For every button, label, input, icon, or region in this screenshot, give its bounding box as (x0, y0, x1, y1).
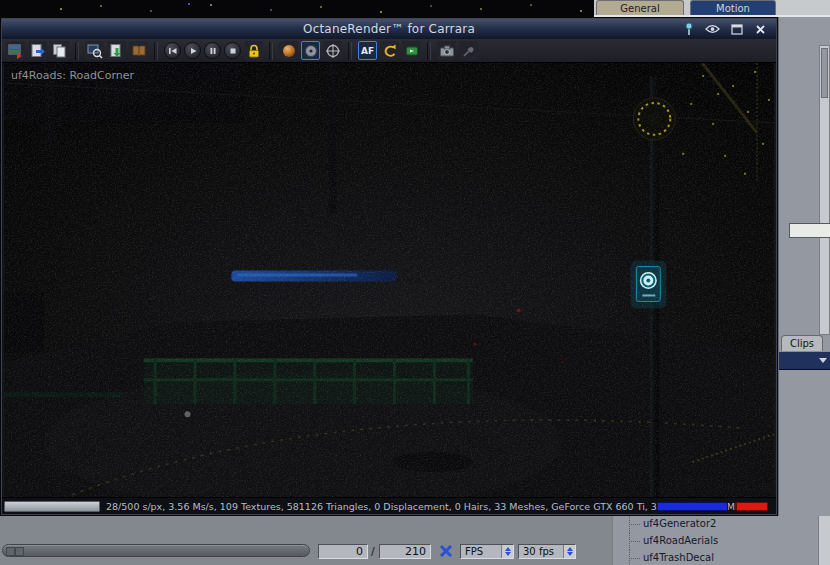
pick-material-icon[interactable] (85, 41, 104, 60)
library-icon[interactable] (129, 41, 148, 60)
spinner-arrows-icon[interactable] (501, 545, 513, 558)
window-title: OctaneRender™ for Carrara (2, 22, 776, 36)
undo-icon[interactable] (380, 41, 399, 60)
tree-item-uf4roadaerials[interactable]: uf4RoadAerials (613, 533, 830, 550)
maximize-icon[interactable] (729, 22, 744, 36)
chevron-down-icon (819, 358, 827, 363)
af-button[interactable]: AF (358, 41, 377, 60)
tab-general[interactable]: General (596, 0, 684, 16)
cancel-icon[interactable] (437, 543, 455, 559)
spinner-arrows-icon[interactable] (563, 545, 575, 558)
render-progress-bar (4, 501, 100, 512)
export-scene-icon[interactable] (107, 41, 126, 60)
tab-clips[interactable]: Clips (781, 335, 823, 351)
stop-button[interactable] (224, 42, 241, 59)
rendered-scene (4, 63, 774, 498)
toolbar-separator (427, 42, 431, 60)
scrubber-handle-left[interactable] (6, 547, 15, 556)
close-icon[interactable] (753, 22, 768, 36)
properties-panel: Clips (778, 17, 830, 516)
timeline-area: 0 / 210 FPS 30 fps (0, 516, 612, 565)
focus-picker-button[interactable] (301, 41, 320, 60)
octane-render-window: OctaneRender™ for Carrara (0, 17, 778, 516)
panel-scrollbar[interactable] (819, 45, 830, 335)
screen: General Motion Clips 0 / 210 FPS 30 fps … (0, 0, 830, 565)
panel-scrollbar-thumb[interactable] (821, 48, 828, 98)
tab-motion[interactable]: Motion (690, 0, 776, 16)
fps-mode-combo[interactable]: FPS (460, 544, 514, 559)
toolbar-separator (269, 42, 273, 60)
material-picker-icon[interactable] (459, 41, 478, 60)
vram-warning-bar (736, 502, 768, 511)
crosshair-icon[interactable] (323, 41, 342, 60)
eye-icon[interactable] (705, 22, 720, 36)
af-button-label: AF (361, 46, 374, 56)
clips-dropdown[interactable] (779, 351, 830, 370)
camera-snapshot-icon[interactable] (437, 41, 456, 60)
viewport-scene-label: uf4Roads: RoadCorner (11, 69, 134, 82)
fps-mode-label: FPS (461, 546, 483, 557)
fps-value-combo[interactable]: 30 fps (518, 544, 576, 559)
end-frame-field[interactable]: 210 (379, 544, 431, 559)
render-status-bar: 28/500 s/px, 3.56 Ms/s, 109 Textures, 58… (2, 497, 776, 514)
restart-render-button[interactable] (164, 42, 181, 59)
scene-tree-panel: uf4Generator2 uf4RoadAerials uf4TrashDec… (612, 516, 830, 565)
timeline-scrubber[interactable] (2, 544, 310, 557)
lock-resolution-icon[interactable] (244, 41, 263, 60)
toolbar-separator (75, 42, 79, 60)
window-title-bar[interactable]: OctaneRender™ for Carrara (2, 19, 776, 39)
background-3d-view[interactable] (0, 0, 594, 17)
copy-image-icon[interactable] (50, 41, 69, 60)
render-sphere-icon[interactable] (279, 41, 298, 60)
save-image-icon[interactable] (6, 41, 25, 60)
fps-value-label: 30 fps (519, 546, 554, 557)
play-button[interactable] (184, 42, 201, 59)
pin-icon[interactable] (681, 22, 696, 36)
render-toolbar: AF (2, 39, 776, 63)
tree-item-uf4trashdecal[interactable]: uf4TrashDecal (613, 550, 830, 565)
render-viewport[interactable]: uf4Roads: RoadCorner (4, 63, 774, 498)
export-image-icon[interactable] (28, 41, 47, 60)
pause-button[interactable] (204, 42, 221, 59)
tree-item-uf4generator2[interactable]: uf4Generator2 (613, 516, 830, 533)
toolbar-separator (154, 42, 158, 60)
render-stats-text: 28/500 s/px, 3.56 Ms/s, 109 Textures, 58… (106, 501, 741, 512)
tree-scrollbar[interactable] (818, 516, 830, 565)
scrubber-handle[interactable] (15, 547, 24, 556)
toolbar-separator (348, 42, 352, 60)
refresh-button[interactable] (402, 41, 421, 60)
current-frame-field[interactable]: 0 (318, 544, 368, 559)
frame-range-separator: / (371, 545, 375, 558)
vram-used-bar (657, 502, 728, 511)
panel-text-field[interactable] (789, 223, 830, 238)
